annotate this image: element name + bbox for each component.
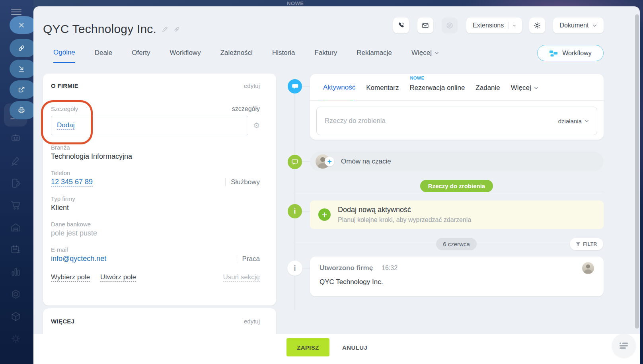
bar-chart-icon[interactable]: [10, 266, 21, 278]
remove-section-link[interactable]: Usuń sekcję: [223, 273, 260, 282]
phone-type-tag: Służbowy: [225, 178, 260, 186]
tab-wiecej-timeline[interactable]: Więcej: [511, 84, 538, 101]
details-add-link[interactable]: Dodaj: [57, 121, 74, 130]
warehouse-icon[interactable]: [10, 222, 21, 233]
dokument-label: Dokument: [560, 22, 589, 29]
info-marker-icon: i: [288, 204, 302, 218]
mail-button[interactable]: [417, 18, 433, 33]
copy-link-button[interactable]: [10, 39, 36, 57]
discuss-in-chat-row[interactable]: + Omów na czacie: [310, 152, 604, 171]
edit-title-icon[interactable]: [162, 26, 168, 33]
tab-rezerwacja-online[interactable]: NOWE Rezerwacja online: [409, 84, 465, 101]
chevron-down-icon: [592, 24, 597, 27]
plus-icon: +: [325, 157, 334, 166]
tab-wiecej[interactable]: Więcej: [411, 49, 439, 63]
field-value: Klient: [51, 204, 260, 212]
create-field-link[interactable]: Utwórz pole: [100, 273, 136, 282]
todo-input[interactable]: [325, 117, 558, 125]
gear-icon: [533, 21, 541, 29]
tab-komentarz[interactable]: Komentarz: [366, 84, 399, 101]
tab-zaleznosci[interactable]: Zależności: [220, 49, 253, 63]
tab-deale[interactable]: Deale: [95, 49, 112, 63]
field-label: E-mail: [51, 246, 260, 253]
settings-button[interactable]: [529, 18, 545, 33]
timeline-menu-button[interactable]: [612, 334, 636, 358]
hexagon-icon[interactable]: [10, 288, 21, 300]
phone-link[interactable]: 12 345 67 89: [51, 178, 93, 187]
actions-dropdown[interactable]: działania: [558, 118, 589, 125]
email-link[interactable]: info@qyctech.net: [51, 255, 106, 263]
link-icon[interactable]: [173, 26, 180, 33]
plus-icon: +: [318, 208, 331, 221]
select-field-link[interactable]: Wybierz pole: [51, 273, 90, 282]
import-icon: [18, 65, 25, 73]
tab-faktury[interactable]: Faktury: [315, 49, 337, 63]
timeline-connector: [302, 161, 311, 162]
save-button[interactable]: ZAPISZ: [286, 338, 329, 356]
page-title: QYC Technology Inc.: [43, 22, 156, 36]
open-in-new-button[interactable]: [10, 80, 36, 99]
timeline-connector: [302, 211, 311, 212]
background-nowe-label: NOWE: [287, 0, 304, 6]
about-edit-link[interactable]: edytuj: [244, 82, 260, 89]
actions-dropdown-label: działania: [558, 118, 582, 125]
gear-faint-icon[interactable]: [10, 333, 21, 345]
about-card-title: O FIRMIE: [51, 82, 78, 89]
field-settings-gear-icon[interactable]: ⚙: [253, 121, 260, 130]
add-activity-panel[interactable]: + Dodaj nową aktywność Planuj kolejne kr…: [310, 200, 604, 229]
tab-zadanie[interactable]: Zadanie: [475, 84, 500, 101]
field-label: Telefon: [51, 169, 260, 176]
chevron-down-icon: [585, 120, 589, 123]
extensions-button[interactable]: Extensions: [466, 18, 522, 33]
more-card-title: WIĘCEJ: [51, 318, 74, 325]
tab-workflowy[interactable]: Workflowy: [170, 49, 201, 63]
document-edit-icon[interactable]: [10, 177, 21, 189]
date-badge: 6 czerwca: [436, 238, 477, 250]
filter-button[interactable]: FILTR: [570, 238, 603, 250]
chat-bubble-icon: [291, 83, 298, 90]
scrollbar-thumb[interactable]: [635, 14, 639, 329]
open-in-new-icon: [18, 86, 25, 93]
tab-historia[interactable]: Historia: [272, 49, 295, 63]
import-button[interactable]: [10, 60, 36, 78]
avatar: [582, 262, 594, 274]
timeline-event-card: Utworzono firmę 16:32 QYC Technology Inc…: [310, 257, 604, 296]
more-edit-link[interactable]: edytuj: [244, 318, 260, 325]
copy-link-icon: [18, 44, 25, 52]
tab-aktywnosc[interactable]: Aktywność: [323, 84, 355, 101]
dokument-button[interactable]: Dokument: [553, 18, 604, 33]
robot-icon[interactable]: [10, 132, 21, 143]
mail-icon: [421, 21, 429, 29]
signature-icon[interactable]: [10, 155, 21, 167]
company-modal: QYC Technology Inc. Extensions Dokument: [33, 6, 640, 364]
about-company-card: O FIRMIE edytuj Szczegóły szczegóły Doda…: [43, 74, 276, 306]
workflow-button[interactable]: Workflowy: [537, 45, 604, 61]
call-button[interactable]: [393, 18, 409, 33]
field-value: Technologia Informacyjna: [51, 152, 260, 161]
box-icon[interactable]: [10, 311, 21, 322]
print-icon: [18, 106, 25, 114]
field-label: Typ firmy: [51, 195, 260, 202]
tab-ogolne[interactable]: Ogólne: [53, 49, 75, 63]
close-button[interactable]: [10, 16, 36, 34]
details-hint[interactable]: szczegóły: [232, 105, 260, 113]
add-activity-title: Dodaj nową aktywność: [338, 206, 411, 214]
chevron-down-icon: [513, 24, 516, 27]
details-input[interactable]: Dodaj: [51, 116, 248, 135]
print-button[interactable]: [10, 101, 36, 119]
tab-reklamacje[interactable]: Reklamacje: [357, 49, 392, 63]
divider: [310, 100, 604, 101]
timeline-connector: [302, 86, 311, 87]
timeline-tab-card: Aktywność Komentarz NOWE Rezerwacja onli…: [310, 74, 604, 140]
workflow-icon: [549, 50, 558, 57]
menu-toggle-icon[interactable]: [11, 9, 21, 15]
workflow-button-label: Workflowy: [562, 50, 592, 57]
timeline-tabs: Aktywność Komentarz NOWE Rezerwacja onli…: [323, 84, 538, 101]
event-marker-icon: i: [287, 261, 302, 276]
tab-oferty[interactable]: Oferty: [132, 49, 150, 63]
todo-section-badge[interactable]: Rzeczy do zrobienia: [420, 180, 493, 192]
calendar-icon[interactable]: [10, 244, 21, 255]
close-icon: [18, 21, 25, 29]
cancel-button[interactable]: ANULUJ: [337, 338, 373, 356]
cart-icon[interactable]: [10, 199, 21, 211]
